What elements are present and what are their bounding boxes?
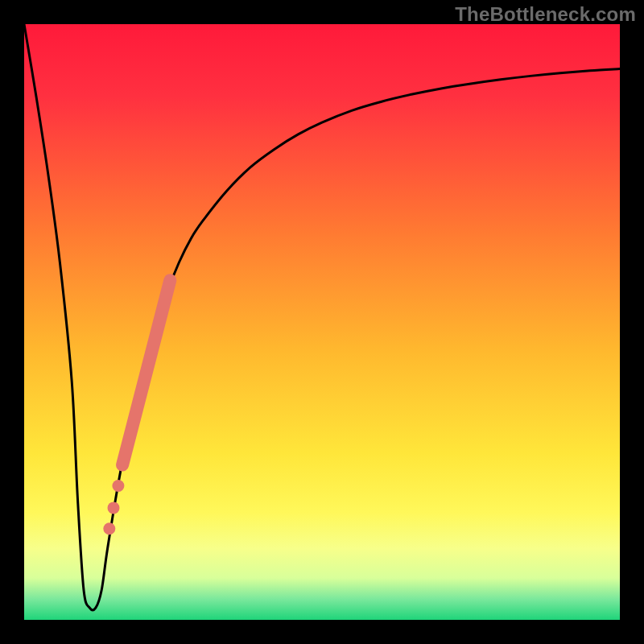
plot-area	[24, 24, 620, 620]
plot-svg	[24, 24, 620, 620]
watermark-text: TheBottleneck.com	[455, 3, 636, 26]
highlight-dot	[108, 502, 120, 514]
highlight-dot	[103, 522, 115, 535]
chart-frame: TheBottleneck.com	[0, 0, 644, 644]
highlight-dot	[112, 480, 124, 492]
